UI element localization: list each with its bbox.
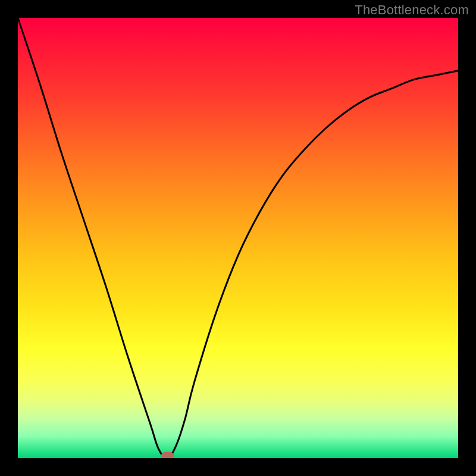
- chart-frame: TheBottleneck.com: [0, 0, 476, 476]
- watermark-text: TheBottleneck.com: [355, 2, 469, 18]
- chart-svg: [18, 18, 458, 458]
- bottleneck-curve: [18, 18, 458, 458]
- plot-area: [18, 18, 458, 458]
